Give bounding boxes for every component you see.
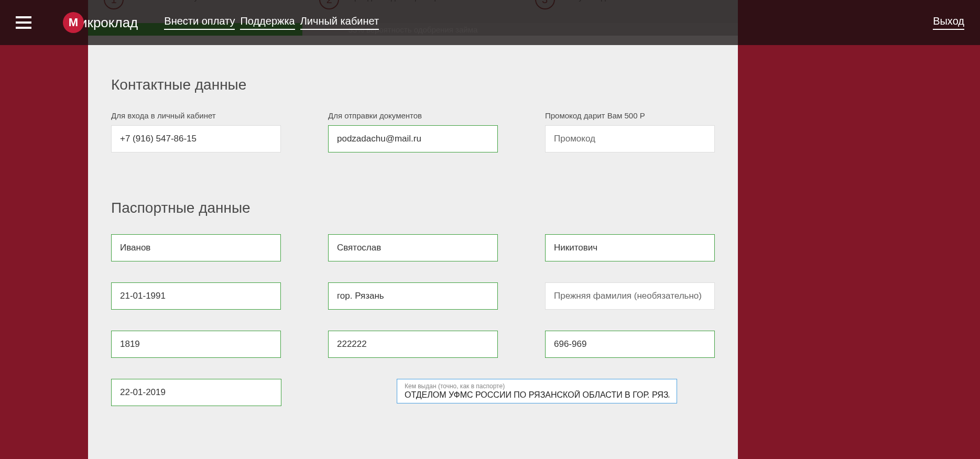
logo-text: икроклад [80,15,138,31]
logo-circle-icon: М [63,12,84,33]
passport-series-input[interactable] [111,331,281,358]
passport-code-input[interactable] [545,331,715,358]
contact-row: Для входа в личный кабинет Для отправки … [111,111,715,152]
email-input[interactable] [328,125,498,152]
logo[interactable]: М икроклад [63,12,138,33]
passport-section: Паспортные данные [111,200,715,406]
patronymic-input[interactable] [545,234,715,261]
passport-grid: Кем выдан (точно, как в паспорте) [111,234,715,406]
passport-row-2 [111,282,715,310]
birthplace-input[interactable] [328,282,498,310]
firstname-input[interactable] [328,234,498,261]
lastname-input[interactable] [111,234,281,261]
nav-cabinet[interactable]: Личный кабинет [300,15,379,30]
header: М икроклад Внести оплату Поддержка Личны… [0,0,980,45]
phone-label: Для входа в личный кабинет [111,111,281,120]
passport-title: Паспортные данные [111,200,715,216]
main-panel: 1 Заполните анкету 2 Пройдите идентифика… [88,0,738,459]
email-label: Для отправки документов [328,111,498,120]
promo-group: Промокод дарит Вам 500 Р [545,111,715,152]
issued-by-input[interactable] [405,390,669,400]
logout-link[interactable]: Выход [933,15,964,30]
nav-support[interactable]: Поддержка [240,15,295,30]
nav-links: Внести оплату Поддержка Личный кабинет [164,15,379,30]
phone-group: Для входа в личный кабинет [111,111,281,152]
promo-input[interactable] [545,125,715,152]
passport-row-3 [111,331,715,358]
menu-icon[interactable] [16,16,31,29]
issue-date-input[interactable] [111,379,281,406]
form-container: Контактные данные Для входа в личный каб… [88,36,738,427]
passport-number-input[interactable] [328,331,498,358]
passport-row-4: Кем выдан (точно, как в паспорте) [111,379,715,406]
prev-lastname-input[interactable] [545,282,715,310]
issued-by-wrapper[interactable]: Кем выдан (точно, как в паспорте) [397,379,677,403]
nav-pay[interactable]: Внести оплату [164,15,235,30]
email-group: Для отправки документов [328,111,498,152]
promo-label: Промокод дарит Вам 500 Р [545,111,715,120]
phone-input[interactable] [111,125,281,152]
passport-row-1 [111,234,715,261]
birthdate-input[interactable] [111,282,281,310]
issued-by-label: Кем выдан (точно, как в паспорте) [405,382,669,390]
contact-title: Контактные данные [111,76,715,93]
